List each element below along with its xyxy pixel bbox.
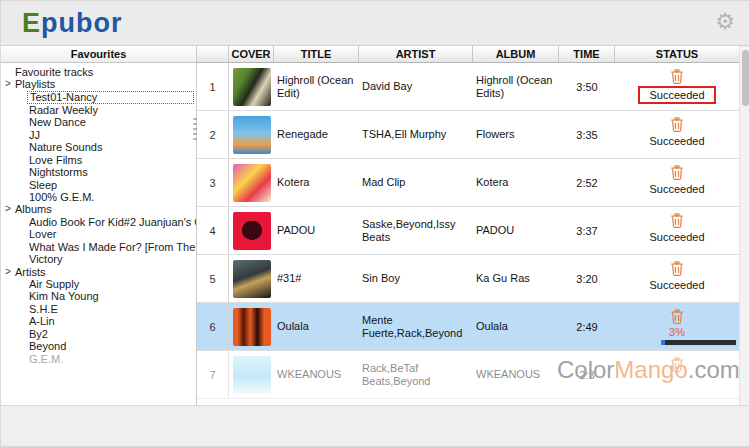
row-number: 5 [197,255,229,302]
delete-icon[interactable] [670,213,684,228]
sidebar-tree: Favourite tracks >Playlists Test01-Nancy… [1,63,196,365]
delete-icon[interactable] [670,357,684,372]
col-header-album[interactable]: ALBUM [473,46,559,63]
album-art [233,116,271,154]
delete-icon[interactable] [670,69,684,84]
song-title: Kotera [274,159,359,206]
delete-icon[interactable] [670,117,684,132]
song-artist: Rack,BeTaf Beats,Beyond [359,351,473,398]
sidebar-item-she[interactable]: S.H.E [1,303,196,315]
song-artist: Sin Boy [359,255,473,302]
cover-cell [229,351,274,398]
song-artist: Mad Clip [359,159,473,206]
song-time: 3:37 [559,207,615,254]
col-header-cover[interactable]: COVER [229,46,274,63]
col-header-title[interactable]: TITLE [274,46,359,63]
vertical-scrollbar[interactable] [739,46,750,405]
status-cell: Succeeded [615,111,739,158]
sidebar-item-nature-sounds[interactable]: Nature Sounds [1,141,196,153]
top-bar: Epubor ⚙ [1,1,750,46]
sidebar-item-kim-na-young[interactable]: Kim Na Young [1,290,196,302]
sidebar-item-new-dance[interactable]: New Dance [1,116,196,128]
status-cell: Succeeded [615,207,739,254]
sidebar-item-what-was-i-made-for[interactable]: What Was I Made For? [From The M... [1,241,196,253]
col-header-time[interactable]: TIME [559,46,615,63]
table-body: 1 Highroll (Ocean Edit) David Bay Highro… [197,63,739,405]
status-cell: Succeeded [615,255,739,302]
album-art [233,212,271,250]
logo-rest: pubor [41,8,122,38]
album-art [233,164,271,202]
sidebar-item-a-lin[interactable]: A-Lin [1,315,196,327]
status-succeeded: Succeeded [649,231,704,243]
row-number: 4 [197,207,229,254]
sidebar-item-favourite-tracks[interactable]: Favourite tracks [1,66,196,78]
table-row-6-selected[interactable]: 6 Oulala Mente Fuerte,Rack,Beyond Oulala… [197,303,739,351]
sidebar-group-playlists[interactable]: >Playlists [1,78,196,90]
gear-icon[interactable]: ⚙ [715,7,735,37]
chevron-right-icon: > [5,78,11,90]
sidebar-header: Favourites [1,46,196,63]
song-title: WKEANOUS [274,351,359,398]
song-title: PADOU [274,207,359,254]
sidebar-item-test01-nancy[interactable]: Test01-Nancy [27,91,194,104]
track-table: COVER TITLE ARTIST ALBUM TIME STATUS 1 H… [197,46,739,405]
song-title: Renegade [274,111,359,158]
progress-bar [661,340,736,345]
sidebar-item-radar-weekly[interactable]: Radar Weekly [1,104,196,116]
song-album: Highroll (Ocean Edits) [473,63,559,110]
chevron-right-icon: > [5,203,11,215]
row-number: 2 [197,111,229,158]
song-album: Ka Gu Ras [473,255,559,302]
sidebar-item-lover[interactable]: Lover [1,228,196,240]
sidebar-item-gem[interactable]: G.E.M. [1,353,196,365]
sidebar-item-jj[interactable]: JJ [1,129,196,141]
cover-cell [229,63,274,110]
sidebar-item-victory[interactable]: Victory [1,253,196,265]
sidebar-item-by2[interactable]: By2 [1,328,196,340]
status-cell [615,351,739,398]
album-art [233,68,271,106]
logo-letter-e: E [22,8,41,38]
song-title: Highroll (Ocean Edit) [274,63,359,110]
status-cell: 3% [615,303,739,350]
table-row-1[interactable]: 1 Highroll (Ocean Edit) David Bay Highro… [197,63,739,111]
status-succeeded: Succeeded [649,279,704,291]
sidebar-group-artists[interactable]: >Artists [1,266,196,278]
song-album: Kotera [473,159,559,206]
status-cell: Succeeded [615,63,739,110]
album-art [233,260,271,298]
chevron-right-icon: > [5,266,11,278]
row-number: 3 [197,159,229,206]
album-art [233,308,271,346]
table-row-5[interactable]: 5 #31# Sin Boy Ka Gu Ras 3:20 Succeeded [197,255,739,303]
sidebar-item-audio-book[interactable]: Audio Book For Kid#2 Juanjuan's Gr... [1,216,196,228]
sidebar-item-air-supply[interactable]: Air Supply [1,278,196,290]
sidebar-group-albums[interactable]: >Albums [1,203,196,215]
col-header-artist[interactable]: ARTIST [359,46,473,63]
delete-icon[interactable] [670,165,684,180]
sidebar-item-beyond[interactable]: Beyond [1,340,196,352]
song-artist: Saske,Beyond,Issy Beats [359,207,473,254]
delete-icon[interactable] [670,261,684,276]
download-progress-percent: 3% [669,326,685,338]
sidebar-item-100-gem[interactable]: 100% G.E.M. [1,191,196,203]
scrollbar-thumb[interactable] [742,50,749,106]
song-time: 2:52 [559,159,615,206]
sidebar-item-sleep[interactable]: Sleep [1,179,196,191]
table-header: COVER TITLE ARTIST ALBUM TIME STATUS [197,46,739,63]
col-header-status[interactable]: STATUS [615,46,739,63]
song-artist: TSHA,Ell Murphy [359,111,473,158]
delete-icon[interactable] [670,309,684,324]
cover-cell [229,255,274,302]
sidebar-item-nightstorms[interactable]: Nightstorms [1,166,196,178]
table-row-2[interactable]: 2 Renegade TSHA,Ell Murphy Flowers 3:35 … [197,111,739,159]
song-time: 3:35 [559,111,615,158]
table-row-7[interactable]: 7 WKEANOUS Rack,BeTaf Beats,Beyond WKEAN… [197,351,739,399]
status-succeeded: Succeeded [649,135,704,147]
status-succeeded: Succeeded [649,183,704,195]
table-row-3[interactable]: 3 Kotera Mad Clip Kotera 2:52 Succeeded [197,159,739,207]
table-row-4[interactable]: 4 PADOU Saske,Beyond,Issy Beats PADOU 3:… [197,207,739,255]
status-cell: Succeeded [615,159,739,206]
sidebar-item-love-films[interactable]: Love Films [1,154,196,166]
